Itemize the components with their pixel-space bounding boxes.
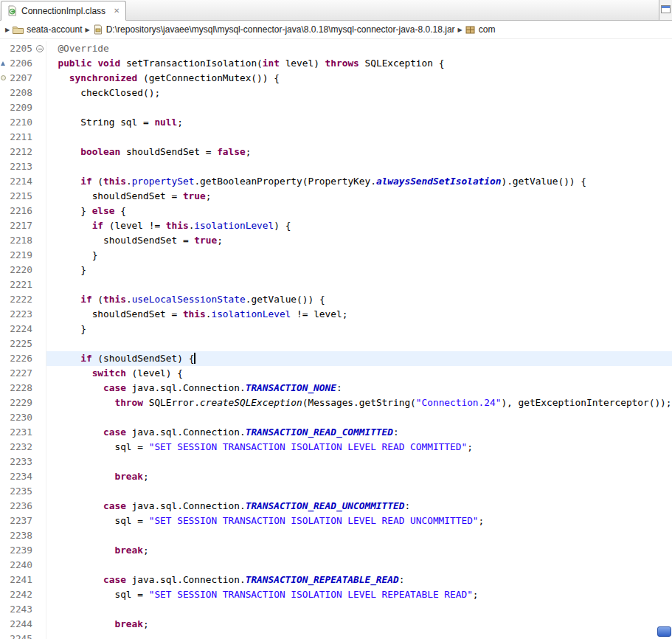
- annotation-ruler[interactable]: [0, 86, 6, 100]
- fold-ruler[interactable]: [34, 528, 46, 543]
- annotation-ruler[interactable]: [0, 100, 6, 115]
- annotation-ruler[interactable]: [0, 336, 6, 351]
- editor-line[interactable]: 2209: [0, 100, 672, 115]
- editor-line[interactable]: 2234 break;: [0, 469, 672, 484]
- fold-ruler[interactable]: [34, 514, 46, 528]
- code-line-text[interactable]: case java.sql.Connection.TRANSACTION_NON…: [46, 381, 672, 396]
- code-line-text[interactable]: shouldSendSet = true;: [46, 189, 672, 204]
- editor-line[interactable]: 2243: [0, 602, 672, 617]
- code-line-text[interactable]: break;: [46, 617, 672, 632]
- annotation-ruler[interactable]: [0, 277, 6, 292]
- code-line-text[interactable]: [46, 528, 672, 543]
- editor-line[interactable]: 2242 sql = "SET SESSION TRANSACTION ISOL…: [0, 587, 672, 602]
- editor-line[interactable]: 2245: [0, 632, 672, 639]
- annotation-ruler[interactable]: [0, 130, 6, 145]
- editor-line[interactable]: 2217 if (level != this.isolationLevel) {: [0, 218, 672, 233]
- annotation-ruler[interactable]: [0, 159, 6, 174]
- annotation-ruler[interactable]: [0, 587, 6, 602]
- fold-ruler[interactable]: [34, 218, 46, 233]
- minimized-view-blue-icon[interactable]: [657, 626, 671, 637]
- code-line-text[interactable]: [46, 602, 672, 617]
- annotation-ruler[interactable]: [0, 514, 6, 528]
- editor-line[interactable]: 2237 sql = "SET SESSION TRANSACTION ISOL…: [0, 514, 672, 528]
- editor-line[interactable]: 2240: [0, 558, 672, 573]
- annotation-ruler[interactable]: [0, 632, 6, 639]
- editor-line[interactable]: 2239 break;: [0, 543, 672, 558]
- editor-line[interactable]: 2229 throw SQLError.createSQLException(M…: [0, 396, 672, 410]
- editor-line[interactable]: 2223 shouldSendSet = this.isolationLevel…: [0, 307, 672, 322]
- fold-ruler[interactable]: [34, 159, 46, 174]
- code-line-text[interactable]: [46, 336, 672, 351]
- fold-ruler[interactable]: [34, 573, 46, 587]
- code-line-text[interactable]: [46, 277, 672, 292]
- breadcrumb-item-jar[interactable]: D:\repositorys\javaee\mysql\mysql-connec…: [93, 24, 455, 35]
- fold-ruler[interactable]: [34, 115, 46, 130]
- editor-line[interactable]: 2207 synchronized (getConnectionMutex())…: [0, 71, 672, 86]
- fold-ruler[interactable]: [34, 336, 46, 351]
- annotation-ruler[interactable]: [0, 469, 6, 484]
- annotation-ruler[interactable]: [0, 307, 6, 322]
- code-line-text[interactable]: }: [46, 263, 672, 277]
- fold-ruler[interactable]: [34, 292, 46, 307]
- fold-ruler[interactable]: [34, 204, 46, 218]
- fold-ruler[interactable]: [34, 587, 46, 602]
- annotation-ruler[interactable]: [0, 204, 6, 218]
- fold-ruler[interactable]: [34, 307, 46, 322]
- annotation-ruler[interactable]: [0, 484, 6, 499]
- annotation-ruler[interactable]: [0, 558, 6, 573]
- editor-tab-connectionimpl[interactable]: ConnectionImpl.class ✕: [1, 1, 126, 21]
- annotation-ruler[interactable]: [0, 56, 6, 71]
- annotation-ruler[interactable]: [0, 425, 6, 440]
- editor-line[interactable]: 2230: [0, 410, 672, 425]
- annotation-ruler[interactable]: [0, 573, 6, 587]
- annotation-ruler[interactable]: [0, 396, 6, 410]
- fold-ruler[interactable]: [34, 100, 46, 115]
- fold-ruler[interactable]: [34, 145, 46, 159]
- editor-line[interactable]: 2226 if (shouldSendSet) {: [0, 351, 672, 366]
- annotation-ruler[interactable]: [0, 381, 6, 396]
- fold-ruler[interactable]: [34, 499, 46, 514]
- editor-line[interactable]: 2241 case java.sql.Connection.TRANSACTIO…: [0, 573, 672, 587]
- fold-ruler[interactable]: [34, 455, 46, 469]
- fold-ruler[interactable]: [34, 617, 46, 632]
- code-line-text[interactable]: shouldSendSet = true;: [46, 233, 672, 248]
- code-line-text[interactable]: sql = "SET SESSION TRANSACTION ISOLATION…: [46, 514, 672, 528]
- annotation-ruler[interactable]: [0, 617, 6, 632]
- breadcrumb-arrow-icon[interactable]: ▶: [86, 27, 90, 33]
- code-line-text[interactable]: [46, 455, 672, 469]
- fold-ruler[interactable]: [34, 41, 46, 56]
- fold-toggle-icon[interactable]: [36, 45, 44, 52]
- annotation-ruler[interactable]: [0, 322, 6, 336]
- editor-line[interactable]: 2236 case java.sql.Connection.TRANSACTIO…: [0, 499, 672, 514]
- annotation-ruler[interactable]: [0, 145, 6, 159]
- code-line-text[interactable]: public void setTransactionIsolation(int …: [46, 56, 672, 71]
- code-line-text[interactable]: [46, 484, 672, 499]
- fold-ruler[interactable]: [34, 263, 46, 277]
- code-line-text[interactable]: [46, 159, 672, 174]
- editor-line[interactable]: 2224 }: [0, 322, 672, 336]
- breadcrumb-arrow-icon[interactable]: ▶: [5, 27, 10, 33]
- code-line-text[interactable]: boolean shouldSendSet = false;: [46, 145, 672, 159]
- editor-line[interactable]: 2206 public void setTransactionIsolation…: [0, 56, 672, 71]
- editor-line[interactable]: 2220 }: [0, 263, 672, 277]
- editor-line[interactable]: 2222 if (this.useLocalSessionState.getVa…: [0, 292, 672, 307]
- annotation-ruler[interactable]: [0, 410, 6, 425]
- fold-ruler[interactable]: [34, 130, 46, 145]
- fold-ruler[interactable]: [34, 440, 46, 455]
- code-line-text[interactable]: @Override: [46, 41, 672, 56]
- breadcrumb-arrow-icon[interactable]: ▶: [458, 27, 463, 33]
- editor-line[interactable]: 2218 shouldSendSet = true;: [0, 233, 672, 248]
- editor-line[interactable]: 2227 switch (level) {: [0, 366, 672, 381]
- code-line-text[interactable]: case java.sql.Connection.TRANSACTION_REA…: [46, 425, 672, 440]
- code-line-text[interactable]: case java.sql.Connection.TRANSACTION_REP…: [46, 573, 672, 587]
- annotation-ruler[interactable]: [0, 292, 6, 307]
- code-line-text[interactable]: } else {: [46, 204, 672, 218]
- editor-line[interactable]: 2244 break;: [0, 617, 672, 632]
- fold-ruler[interactable]: [34, 381, 46, 396]
- code-line-text[interactable]: if (this.propertySet.getBooleanProperty(…: [46, 174, 672, 189]
- annotation-ruler[interactable]: [0, 440, 6, 455]
- annotation-ruler[interactable]: [0, 218, 6, 233]
- fold-ruler[interactable]: [34, 351, 46, 366]
- code-line-text[interactable]: break;: [46, 543, 672, 558]
- fold-ruler[interactable]: [34, 322, 46, 336]
